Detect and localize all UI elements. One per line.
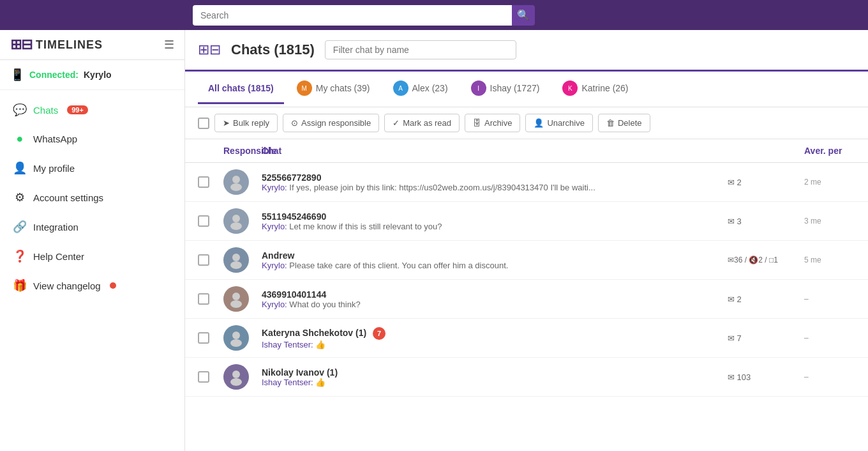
tab-allchats[interactable]: All chats (1815) [198, 74, 284, 104]
msg-count: ✉ 7 [728, 333, 804, 343]
table-row[interactable]: 525566772890 Kyrylo: If yes, please join… [185, 163, 868, 202]
archive-label: Archive [484, 118, 512, 128]
sidebar-item-viewchangelog[interactable]: 🎁 View changelog [0, 271, 184, 300]
whatsapp-connected-icon: 📱 [10, 68, 24, 82]
connected-status: 📱 Connected: Kyrylo [0, 60, 184, 90]
row-checkbox[interactable] [198, 371, 209, 383]
sidebar-item-accountsettings-label: Account settings [33, 192, 103, 203]
svg-point-6 [232, 293, 240, 300]
search-input[interactable] [193, 5, 512, 26]
chats-icon: 💬 [13, 103, 27, 117]
svg-point-5 [230, 261, 242, 269]
toolbar: ➤ Bulk reply ⊙ Assign responsible ✓ Mark… [185, 107, 868, 139]
chat-info: Nikolay Ivanov (1) Ishay Tentser: 👍 [262, 367, 728, 387]
delete-label: Delete [618, 118, 642, 128]
table-header: Responsible Chat Aver. per [185, 139, 868, 163]
chat-name: Nikolay Ivanov (1) [262, 367, 728, 378]
tab-katrine-avatar: K [562, 80, 578, 96]
chat-info: Kateryna Shchekotov (1) 7 Ishay Tentser:… [262, 327, 728, 349]
svg-point-9 [230, 339, 242, 347]
table-area: Responsible Chat Aver. per 525566772890 … [185, 139, 868, 451]
bulk-reply-label: Bulk reply [233, 118, 269, 128]
msg-count: ✉36 / 🔇2 / □1 [728, 256, 804, 264]
avatar [223, 364, 249, 390]
unarchive-button[interactable]: 👤 Unarchive [525, 114, 593, 132]
tab-ishay-label: Ishay (1727) [490, 83, 540, 93]
tab-ishay[interactable]: I Ishay (1727) [461, 72, 550, 107]
chat-preview: Kyrylo: If yes, please join by this link… [262, 183, 728, 192]
svg-point-3 [230, 222, 242, 230]
assign-responsible-button[interactable]: ⊙ Assign responsible [283, 114, 379, 132]
row-checkbox[interactable] [198, 293, 209, 305]
unarchive-label: Unarchive [547, 118, 585, 128]
msg-count: ✉ 2 [728, 294, 804, 304]
mark-as-read-button[interactable]: ✓ Mark as read [384, 114, 460, 132]
tab-alex[interactable]: A Alex (23) [383, 72, 458, 107]
row-checkbox[interactable] [198, 254, 209, 266]
delete-icon: 🗑 [606, 118, 615, 128]
tab-mychats[interactable]: M My chats (39) [287, 72, 380, 107]
unarchive-icon: 👤 [534, 118, 544, 128]
chat-name: Kateryna Shchekotov (1) 7 [262, 327, 728, 340]
svg-point-11 [230, 378, 242, 386]
row-checkbox[interactable] [198, 332, 209, 344]
bulk-reply-icon: ➤ [223, 118, 230, 128]
chat-info: 5511945246690 Kyrylo: Let me know if thi… [262, 211, 728, 231]
logo-area: ⊞⊟ TIMELINES ☰ [0, 30, 184, 60]
delete-button[interactable]: 🗑 Delete [598, 114, 650, 132]
table-row[interactable]: Andrew Kyrylo: Please take care of this … [185, 241, 868, 280]
col-msgcount [728, 146, 804, 156]
chat-preview: Kyrylo: What do you think? [262, 300, 728, 309]
page-title: Chats (1815) [231, 42, 315, 58]
svg-point-2 [232, 215, 240, 222]
sidebar-item-myprofile-label: My profile [33, 163, 75, 174]
svg-point-8 [232, 332, 240, 339]
filter-input[interactable] [325, 40, 516, 59]
tab-mychats-avatar: M [297, 80, 312, 96]
table-row[interactable]: 5511945246690 Kyrylo: Let me know if thi… [185, 202, 868, 241]
chat-preview: Ishay Tentser: 👍 [262, 378, 728, 387]
msg-count: ✉ 103 [728, 372, 804, 382]
svg-point-0 [232, 176, 240, 183]
sidebar-item-whatsapp[interactable]: ● WhatsApp [0, 125, 184, 153]
table-row[interactable]: 4369910401144 Kyrylo: What do you think?… [185, 280, 868, 319]
sidebar-item-myprofile[interactable]: 👤 My profile [0, 153, 184, 183]
changelog-icon: 🎁 [13, 279, 27, 293]
top-nav: 🔍 [0, 0, 868, 30]
content-area: ⊞⊟ Chats (1815) All chats (1815) M My ch… [185, 30, 868, 451]
archive-icon: 🗄 [473, 118, 481, 128]
svg-point-7 [230, 300, 242, 308]
sidebar-item-integration[interactable]: 🔗 Integration [0, 212, 184, 241]
time-col: – [804, 372, 855, 381]
assign-label: Assign responsible [301, 118, 371, 128]
integration-icon: 🔗 [13, 220, 27, 234]
row-checkbox[interactable] [198, 215, 209, 227]
sidebar-item-chats[interactable]: 💬 Chats 99+ [0, 95, 184, 125]
time-col: 5 me [804, 256, 855, 264]
col-chat: Chat [262, 146, 728, 156]
svg-point-10 [232, 371, 240, 378]
chat-name: 5511945246690 [262, 211, 728, 222]
chat-preview: Kyrylo: Let me know if this is still rel… [262, 222, 728, 231]
tab-katrine[interactable]: K Katrine (26) [552, 72, 638, 107]
search-button[interactable]: 🔍 [512, 5, 535, 26]
time-col: 2 me [804, 178, 855, 187]
row-checkbox[interactable] [198, 176, 209, 188]
sidebar-item-helpcenter[interactable]: ❓ Help Center [0, 241, 184, 271]
chats-badge: 99+ [67, 105, 88, 114]
table-row[interactable]: Nikolay Ivanov (1) Ishay Tentser: 👍 ✉ 10… [185, 358, 868, 397]
sidebar-item-accountsettings[interactable]: ⚙ Account settings [0, 183, 184, 212]
table-row[interactable]: Kateryna Shchekotov (1) 7 Ishay Tentser:… [185, 319, 868, 358]
connected-name: Kyrylo [84, 70, 112, 80]
select-all-checkbox[interactable] [198, 118, 209, 129]
archive-button[interactable]: 🗄 Archive [465, 114, 520, 132]
time-col: – [804, 333, 855, 342]
chat-name: 4369910401144 [262, 289, 728, 300]
whatsapp-icon: ● [13, 132, 27, 146]
settings-icon: ⚙ [13, 190, 27, 204]
sidebar-item-viewchangelog-label: View changelog [33, 280, 101, 291]
profile-icon: 👤 [13, 161, 27, 175]
hamburger-icon[interactable]: ☰ [164, 38, 174, 52]
sidebar: ⊞⊟ TIMELINES ☰ 📱 Connected: Kyrylo 💬 Cha… [0, 30, 185, 451]
bulk-reply-button[interactable]: ➤ Bulk reply [214, 114, 278, 132]
